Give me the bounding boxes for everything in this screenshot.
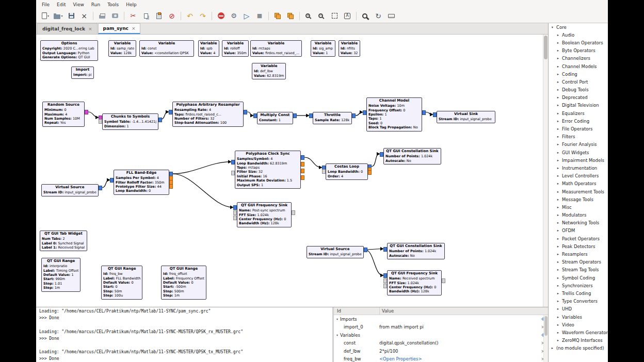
block-pfb_resampler[interactable]: Polyphase Arbitrary ResamplerResampling … (172, 102, 244, 127)
block-range_freq_offset[interactable]: QT GUI RangeIdfreq_offsetLabelFrequency … (161, 266, 206, 300)
inspector-row-def_lbw[interactable]: def_lbw2*pi/100× (334, 347, 548, 355)
input-port[interactable] (322, 169, 326, 174)
collapsed-arrow-icon[interactable]: ▸ (556, 260, 560, 264)
inspector-row-freq_bw[interactable]: freq_bw<Open Properties>× (334, 355, 548, 362)
collapsed-arrow-icon[interactable]: ▸ (556, 80, 560, 84)
zoom-in-button[interactable] (302, 10, 315, 22)
hier-blocks-button[interactable] (271, 10, 284, 22)
library-item-packet-operators[interactable]: ▸Packet Operators (549, 235, 608, 242)
library-item-error-coding[interactable]: ▸Error Coding (549, 117, 608, 125)
generate-button[interactable]: ⚙ (228, 10, 240, 22)
library-item-impairment-models[interactable]: ▸Impairment Models (549, 156, 608, 164)
flowgraph-canvas[interactable]: OptionsCopyright2020 C...ering LabOutput… (36, 35, 543, 307)
input-port[interactable] (433, 112, 437, 117)
library-item-misc[interactable]: ▸Misc (549, 203, 608, 211)
expander-icon[interactable]: ▾ (336, 333, 338, 337)
block-var_sig_amp[interactable]: VariableIdsig_ampValue1 (311, 40, 335, 57)
menu-edit[interactable]: Edit (53, 1, 69, 8)
library-item-math-operators[interactable]: ▸Math Operators (549, 180, 608, 188)
collapsed-arrow-icon[interactable]: ▸ (556, 284, 560, 288)
collapsed-arrow-icon[interactable]: ▸ (556, 151, 560, 155)
console-panel[interactable]: Loading: "/home/marcus/CEL/Praktikum/ntp… (36, 307, 332, 362)
delete-button[interactable]: ⊘ (166, 10, 178, 22)
block-var_nfilts[interactable]: VariableIdnfiltsValue32 (339, 40, 360, 57)
collapsed-arrow-icon[interactable]: ▸ (556, 95, 560, 100)
find-block-button[interactable] (359, 10, 372, 22)
inspector-row-const[interactable]: constdigital.qpsk_constellation()× (334, 339, 548, 348)
output-port[interactable] (293, 113, 297, 118)
inspector-row-Imports[interactable]: ▾Imports+ (334, 315, 548, 323)
connection-fll_band_edge-to-polyphase_clock_sync[interactable] (173, 162, 231, 174)
tab-close-icon[interactable]: × (132, 26, 136, 31)
collapsed-arrow-icon[interactable]: ▸ (556, 174, 560, 178)
library-item--no-module-specified-[interactable]: ▸(no module specified) (549, 344, 608, 352)
output-port[interactable] (301, 169, 304, 173)
collapsed-arrow-icon[interactable]: ▸ (556, 72, 560, 76)
menu-file[interactable]: File (38, 1, 53, 8)
library-item-symbol-coding[interactable]: ▸Symbol Coding (549, 274, 608, 282)
menu-run[interactable]: Run (88, 1, 104, 8)
inspector-scrollbar[interactable] (543, 315, 548, 362)
save-button[interactable] (65, 10, 77, 22)
block-throttle[interactable]: ThrottleSample Rate128k (313, 112, 352, 124)
library-item-deprecated[interactable]: ▸Deprecated (549, 94, 608, 102)
block-virtual_source_2[interactable]: Virtual SourceStream IDinput_signal_prob… (307, 246, 364, 258)
input-port[interactable] (380, 152, 383, 157)
library-item-control-port[interactable]: ▸Control Port (549, 78, 608, 86)
library-item-networking-tools[interactable]: ▸Networking Tools (549, 219, 608, 227)
connection-pfb_resampler-to-multiply_const[interactable] (247, 112, 253, 116)
tab-close-icon[interactable]: × (88, 26, 92, 31)
close-button[interactable]: × (78, 10, 90, 22)
library-item-ofdm[interactable]: ▸OFDM (549, 227, 608, 235)
collapsed-arrow-icon[interactable]: ▸ (556, 198, 560, 202)
block-polyphase_clock_sync[interactable]: Polyphase Clock SyncSamples/Symbol4Loop … (235, 151, 301, 189)
library-item-core[interactable]: ▾Core (549, 23, 608, 31)
menu-tools[interactable]: Tools (104, 1, 122, 8)
inspector-row-Variables[interactable]: ▾Variables+ (334, 331, 548, 339)
collapsed-arrow-icon[interactable]: ▸ (556, 299, 560, 303)
collapsed-arrow-icon[interactable]: ▸ (556, 252, 560, 256)
output-port[interactable] (301, 155, 304, 160)
expanded-arrow-icon[interactable]: ▾ (551, 25, 554, 29)
library-item-fourier-analysis[interactable]: ▸Fourier Analysis (549, 141, 608, 149)
library-item-synchronizers[interactable]: ▸Synchronizers (549, 282, 608, 289)
library-item-file-operators[interactable]: ▸File Operators (549, 125, 608, 133)
collapsed-arrow-icon[interactable]: ▸ (556, 323, 560, 327)
library-item-video[interactable]: ▸Video (549, 321, 608, 328)
collapsed-arrow-icon[interactable]: ▸ (556, 135, 560, 139)
output-port[interactable] (301, 175, 304, 180)
collapsed-arrow-icon[interactable]: ▸ (556, 331, 560, 335)
collapsed-arrow-icon[interactable]: ▸ (551, 346, 554, 350)
library-item-message-tools[interactable]: ▸Message Tools (549, 195, 608, 203)
input-port[interactable] (383, 273, 387, 278)
library-item-boolean-operators[interactable]: ▸Boolean Operators (549, 39, 608, 46)
open-file-button[interactable]: ▾ (52, 10, 65, 22)
block-random_source[interactable]: Random SourceMinimum0Maximum4Num Samples… (42, 102, 85, 127)
connection-throttle-to-channel_model[interactable] (356, 112, 362, 116)
connection-virtual_source_2-to-const_sink_2[interactable] (365, 249, 383, 250)
block-freq_sink_2[interactable]: QT GUI Frequency SinkNameReceived spectr… (387, 270, 442, 295)
input-port[interactable] (99, 119, 102, 124)
library-item-channelizers[interactable]: ▸Channelizers (549, 55, 608, 62)
block-var_spb[interactable]: VariableIdspbValue4 (198, 40, 219, 57)
library-item-measurement-tools[interactable]: ▸Measurement Tools (549, 188, 608, 195)
collapsed-arrow-icon[interactable]: ▸ (556, 88, 560, 92)
collapsed-arrow-icon[interactable]: ▸ (556, 228, 560, 233)
collapsed-arrow-icon[interactable]: ▸ (556, 111, 560, 116)
collapsed-arrow-icon[interactable]: ▸ (556, 276, 560, 280)
library-item-trellis-coding[interactable]: ▸Trellis Coding (549, 289, 608, 297)
scrollbar-thumb[interactable] (544, 36, 548, 59)
copy-button[interactable] (140, 10, 152, 22)
zoom-fit-button[interactable] (328, 10, 341, 22)
collapsed-arrow-icon[interactable]: ▸ (556, 48, 560, 53)
library-item-debug-tools[interactable]: ▸Debug Tools (549, 86, 608, 94)
block-costas_loop[interactable]: Costas LoopLoop Bandwidth0Order4 (326, 163, 368, 180)
collapsed-arrow-icon[interactable]: ▸ (556, 142, 560, 146)
input-port[interactable] (253, 113, 257, 118)
library-item-resamplers[interactable]: ▸Resamplers (549, 250, 608, 258)
execute-button[interactable]: ▷ (240, 10, 253, 22)
block-tab_widget[interactable]: QT GUI Tab WidgetNum Tabs2Label 0Synched… (40, 231, 87, 251)
reload-blocks-button[interactable]: ↻ (372, 10, 384, 22)
screen-capture-button[interactable] (109, 10, 121, 22)
library-item-audio[interactable]: ▸Audio (549, 31, 608, 39)
